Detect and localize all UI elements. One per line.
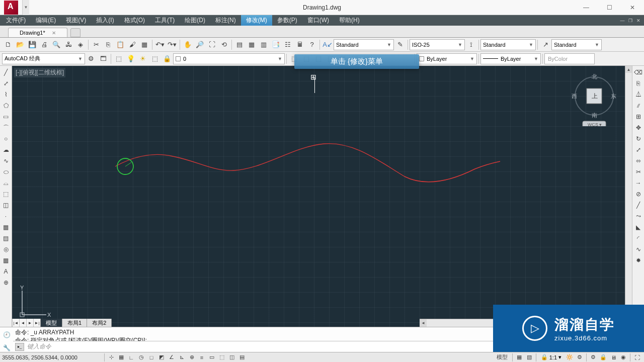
open-icon[interactable]: 📂 (14, 39, 26, 51)
osnap-icon[interactable]: □ (146, 353, 156, 362)
make-block-icon[interactable]: ◫ (1, 200, 12, 211)
paste-icon[interactable]: 📋 (114, 39, 126, 51)
text-style-icon[interactable]: A↙ (321, 39, 334, 51)
undo-icon[interactable]: ↶▾ (154, 39, 166, 51)
cut-icon[interactable]: ✂ (90, 39, 102, 51)
scale-icon[interactable]: ⤢ (633, 144, 644, 155)
polar-icon[interactable]: ◷ (136, 353, 146, 362)
layer-select[interactable]: 0▼ (173, 53, 285, 64)
rectangle-icon[interactable]: ▭ (1, 111, 12, 122)
new-icon[interactable]: 🗋 (2, 39, 14, 51)
close-button[interactable]: ✕ (621, 0, 644, 15)
snap-icon[interactable]: ⊹ (106, 353, 116, 362)
gradient-icon[interactable]: ▤ (1, 233, 12, 244)
layer-viewport-icon[interactable]: ⬚ (149, 53, 161, 65)
doc-restore-icon[interactable]: ❐ (627, 17, 634, 24)
layer-lock-icon[interactable]: 🔒 (161, 53, 173, 65)
line-icon[interactable]: ╱ (1, 67, 12, 78)
revcloud-icon[interactable]: ☁ (1, 144, 12, 155)
command-input[interactable]: 键入命令 (27, 342, 51, 351)
menu-tools[interactable]: 工具(T) (150, 15, 180, 26)
save-icon[interactable]: 💾 (26, 39, 38, 51)
mleader-style-select[interactable]: Standard▼ (551, 39, 602, 50)
ws-switch-icon[interactable]: ⚙ (588, 353, 598, 362)
rotate-icon[interactable]: ↻ (633, 133, 644, 144)
otrack-icon[interactable]: ∠ (167, 353, 177, 362)
dim-style-icon[interactable]: ⟟ (465, 39, 477, 51)
model-space-btn[interactable]: 模型 (494, 353, 511, 362)
quick-view-icon[interactable]: ▦ (514, 353, 524, 362)
toolbar-lock-icon[interactable]: 🔒 (598, 353, 608, 362)
layer-on-icon[interactable]: 💡 (125, 53, 137, 65)
print-icon[interactable]: 🖨 (38, 39, 50, 51)
trim-icon[interactable]: ✂ (633, 166, 644, 177)
menu-modify[interactable]: 修改(M) (241, 15, 272, 26)
app-menu-dropdown[interactable]: ▼ (22, 0, 29, 15)
clean-screen-icon[interactable]: ⛶ (632, 353, 642, 362)
layout-prev-icon[interactable]: ◄ (19, 319, 26, 327)
hatch-icon[interactable]: ▦ (1, 222, 12, 233)
redo-icon[interactable]: ↷▾ (166, 39, 178, 51)
color-select[interactable]: ByLayer▼ (417, 53, 477, 64)
mirror-icon[interactable]: ⏃ (633, 89, 644, 100)
explode-icon[interactable]: ✸ (633, 255, 644, 266)
viewcube[interactable]: 上 北 南 西 东 WCS ▾ (572, 71, 617, 126)
zoom-window-icon[interactable]: ⛶ (206, 39, 218, 51)
copy-obj-icon[interactable]: ⎘ (633, 78, 644, 89)
addselected-icon[interactable]: ⊕ (1, 277, 12, 288)
stretch-icon[interactable]: ⬄ (633, 155, 644, 166)
table-icon[interactable]: ▦ (1, 255, 12, 266)
ortho-icon[interactable]: ∟ (126, 353, 136, 362)
arc-icon[interactable]: ⌒ (1, 122, 12, 133)
doc-tab-close-icon[interactable]: ✕ (52, 30, 56, 36)
preview-icon[interactable]: 🔍 (50, 39, 62, 51)
text-style-more-icon[interactable]: ✎ (394, 39, 406, 51)
menu-window[interactable]: 窗口(W) (302, 15, 334, 26)
cmd-prompt-icon[interactable]: ▸_ (15, 343, 24, 351)
workspace-select[interactable]: AutoCAD 经典▼ (2, 53, 85, 64)
vertical-scrollbar[interactable]: ▲ ▼ (625, 66, 632, 319)
array-icon[interactable]: ⊞ (633, 111, 644, 122)
anno-auto-icon[interactable]: ⚙ (575, 353, 585, 362)
layer-freeze-icon[interactable]: ☀ (137, 53, 149, 65)
doc-close-icon[interactable]: ✕ (635, 17, 642, 24)
calc-icon[interactable]: 🖩 (294, 39, 306, 51)
tool-palette-icon[interactable]: ▥ (258, 39, 270, 51)
join-icon[interactable]: ⤳ (633, 211, 644, 222)
grid-icon[interactable]: ▦ (116, 353, 126, 362)
table-style-select[interactable]: Standard▼ (480, 39, 536, 50)
ellipse-icon[interactable]: ⬭ (1, 166, 12, 177)
extend-icon[interactable]: → (633, 177, 644, 189)
point-icon[interactable]: · (1, 211, 12, 222)
drawing-canvas[interactable]: [-][俯视][二维线框] Y X 上 北 南 西 东 (12, 66, 632, 327)
pan-icon[interactable]: ✋ (182, 39, 194, 51)
fillet-icon[interactable]: ◜ (633, 233, 644, 244)
dim-style-select[interactable]: ISO-25▼ (410, 39, 465, 50)
offset-icon[interactable]: ⫽ (633, 100, 644, 111)
doc-tab-drawing1[interactable]: Drawing1* ✕ (8, 28, 67, 37)
blend-icon[interactable]: ∿ (633, 244, 644, 255)
ducs-icon[interactable]: ⊾ (177, 353, 187, 362)
coordinates-display[interactable]: 3555.0635, 2506.5344, 0.0000 (2, 354, 103, 360)
markup-icon[interactable]: ☷ (282, 39, 294, 51)
tpy-icon[interactable]: ▭ (207, 353, 217, 362)
menu-file[interactable]: 文件(F) (1, 15, 31, 26)
polyline-icon[interactable]: ⌇ (1, 89, 12, 100)
mtext-icon[interactable]: A (1, 266, 12, 277)
layout-first-icon[interactable]: |◄ (12, 319, 19, 327)
xline-icon[interactable]: ⤢ (1, 78, 12, 89)
design-center-icon[interactable]: ▦ (246, 39, 258, 51)
menu-draw[interactable]: 绘图(D) (180, 15, 210, 26)
lineweight-input[interactable]: ByColor (544, 53, 595, 64)
sc-icon[interactable]: ◫ (227, 353, 237, 362)
mleader-icon[interactable]: ↗ (539, 39, 551, 51)
menu-edit[interactable]: 编辑(E) (31, 15, 61, 26)
layout-next-icon[interactable]: ► (26, 319, 33, 327)
3dosnap-icon[interactable]: ◩ (156, 353, 167, 362)
help-icon[interactable]: ? (306, 39, 318, 51)
new-tab-button[interactable] (70, 28, 80, 37)
workspace-settings-icon[interactable]: ⚙ (85, 53, 97, 65)
break-point-icon[interactable]: ⊘ (633, 189, 644, 200)
3d-icon[interactable]: ◈ (74, 39, 87, 51)
layout-tab-2[interactable]: 布局2 (87, 319, 112, 327)
